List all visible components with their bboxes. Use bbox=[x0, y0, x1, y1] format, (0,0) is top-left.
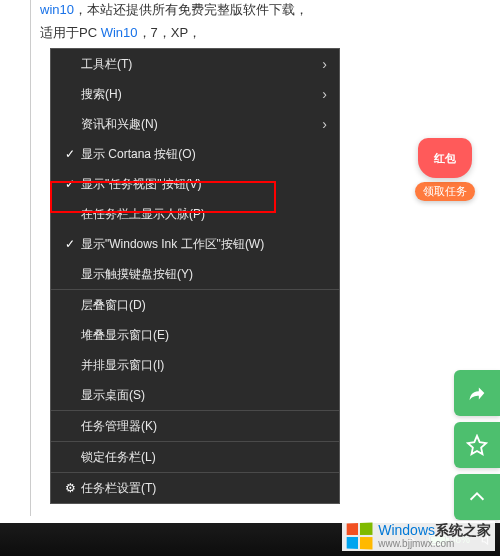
watermark: Windows系统之家 www.bjjmwx.com bbox=[342, 521, 495, 551]
menu-item-14[interactable]: ⚙任务栏设置(T) bbox=[51, 473, 339, 503]
menu-item-label: 堆叠显示窗口(E) bbox=[81, 327, 327, 344]
side-action-buttons bbox=[454, 370, 500, 520]
scroll-top-button[interactable] bbox=[454, 474, 500, 520]
bg-link-win10-pc[interactable]: Win10 bbox=[101, 25, 138, 40]
menu-item-9[interactable]: 堆叠显示窗口(E) bbox=[51, 320, 339, 350]
menu-item-label: 显示"任务视图"按钮(V) bbox=[81, 176, 327, 193]
menu-item-label: 显示触摸键盘按钮(Y) bbox=[81, 266, 327, 283]
taskbar-context-menu: 工具栏(T)›搜索(H)›资讯和兴趣(N)›✓显示 Cortana 按钮(O)✓… bbox=[50, 48, 340, 504]
background-text: win10，本站还提供所有免费完整版软件下载， 适用于PC Win10，7，XP… bbox=[0, 0, 500, 44]
menu-item-label: 在任务栏上显示人脉(P) bbox=[81, 206, 327, 223]
menu-item-label: 显示 Cortana 按钮(O) bbox=[81, 146, 327, 163]
menu-item-2[interactable]: 资讯和兴趣(N)› bbox=[51, 109, 339, 139]
menu-item-11[interactable]: 显示桌面(S) bbox=[51, 380, 339, 410]
chevron-right-icon: › bbox=[322, 56, 327, 72]
share-icon bbox=[466, 382, 488, 404]
menu-item-1[interactable]: 搜索(H)› bbox=[51, 79, 339, 109]
bg-link-win10[interactable]: win10 bbox=[40, 2, 74, 17]
menu-item-7[interactable]: 显示触摸键盘按钮(Y) bbox=[51, 259, 339, 289]
menu-item-label: 任务栏设置(T) bbox=[81, 480, 327, 497]
check-icon: ✓ bbox=[59, 147, 81, 161]
chevron-right-icon: › bbox=[322, 116, 327, 132]
menu-item-3[interactable]: ✓显示 Cortana 按钮(O) bbox=[51, 139, 339, 169]
favorite-button[interactable] bbox=[454, 422, 500, 468]
menu-item-label: 任务管理器(K) bbox=[81, 418, 327, 435]
menu-item-13[interactable]: 锁定任务栏(L) bbox=[51, 442, 339, 472]
check-icon: ✓ bbox=[59, 237, 81, 251]
menu-item-label: 工具栏(T) bbox=[81, 56, 322, 73]
red-envelope-badge: 红包 bbox=[418, 138, 472, 178]
menu-item-12[interactable]: 任务管理器(K) bbox=[51, 411, 339, 441]
menu-item-5[interactable]: 在任务栏上显示人脉(P) bbox=[51, 199, 339, 229]
menu-item-label: 并排显示窗口(I) bbox=[81, 357, 327, 374]
windows-logo-icon bbox=[347, 522, 373, 549]
menu-item-6[interactable]: ✓显示"Windows Ink 工作区"按钮(W) bbox=[51, 229, 339, 259]
menu-item-8[interactable]: 层叠窗口(D) bbox=[51, 290, 339, 320]
menu-item-label: 锁定任务栏(L) bbox=[81, 449, 327, 466]
menu-item-label: 资讯和兴趣(N) bbox=[81, 116, 322, 133]
check-icon: ✓ bbox=[59, 177, 81, 191]
menu-item-label: 显示"Windows Ink 工作区"按钮(W) bbox=[81, 236, 327, 253]
menu-item-10[interactable]: 并排显示窗口(I) bbox=[51, 350, 339, 380]
menu-item-label: 搜索(H) bbox=[81, 86, 322, 103]
share-button[interactable] bbox=[454, 370, 500, 416]
star-icon bbox=[466, 434, 488, 456]
chevron-right-icon: › bbox=[322, 86, 327, 102]
red-envelope-button[interactable]: 领取任务 bbox=[415, 182, 475, 201]
chevron-up-icon bbox=[466, 486, 488, 508]
settings-gear-icon: ⚙ bbox=[59, 481, 81, 495]
menu-item-label: 层叠窗口(D) bbox=[81, 297, 327, 314]
red-envelope-widget[interactable]: 红包 领取任务 bbox=[412, 138, 478, 201]
menu-item-0[interactable]: 工具栏(T)› bbox=[51, 49, 339, 79]
menu-item-4[interactable]: ✓显示"任务视图"按钮(V) bbox=[51, 169, 339, 199]
menu-item-label: 显示桌面(S) bbox=[81, 387, 327, 404]
